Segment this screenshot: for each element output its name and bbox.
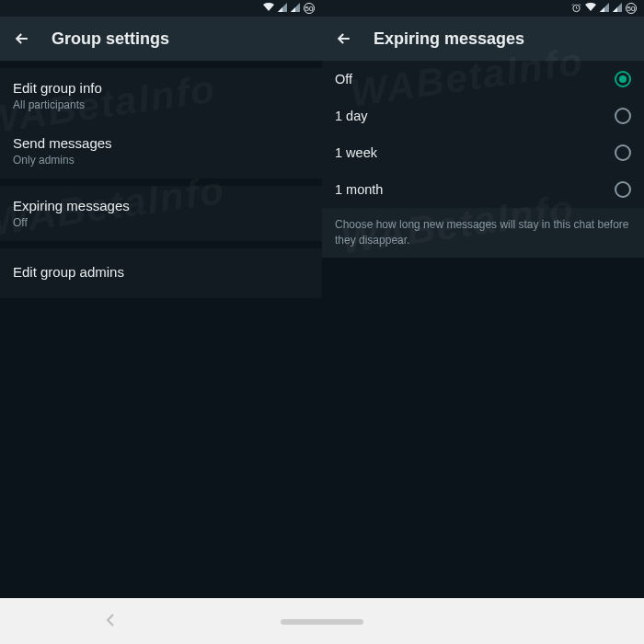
- header: Group settings: [0, 17, 322, 61]
- battery-icon: 50: [626, 3, 637, 14]
- radio-unselected-icon: [615, 144, 631, 161]
- footer-description: Choose how long new messages will stay i…: [322, 208, 644, 258]
- status-bar: 50: [0, 0, 322, 17]
- wifi-icon: [585, 3, 596, 14]
- option-label: Off: [335, 72, 352, 86]
- page-title: Group settings: [52, 29, 169, 49]
- status-bar: 50: [322, 0, 644, 17]
- option-label: 1 month: [335, 182, 383, 197]
- nav-back-icon[interactable]: [106, 614, 115, 629]
- nav-home-pill[interactable]: [281, 619, 363, 625]
- signal-icon: [613, 3, 622, 14]
- battery-icon: 50: [304, 3, 315, 14]
- item-subtitle: Off: [13, 216, 309, 229]
- item-subtitle: Only admins: [13, 154, 309, 167]
- option-1-day[interactable]: 1 day: [322, 98, 644, 134]
- signal-icon: [278, 3, 287, 14]
- item-title: Expiring messages: [13, 198, 309, 213]
- expiring-messages-screen: WABetaInfo WABetaInfo 50 Expiring messag…: [322, 0, 644, 598]
- radio-unselected-icon: [615, 108, 631, 124]
- option-label: 1 day: [335, 109, 367, 123]
- signal-icon: [600, 3, 609, 14]
- item-title: Send messages: [13, 135, 309, 151]
- item-subtitle: All participants: [13, 98, 309, 111]
- radio-unselected-icon: [615, 181, 631, 198]
- group-settings-screen: WABetaInfo WABetaInfo 50 Group settings …: [0, 0, 322, 598]
- edit-group-info-item[interactable]: Edit group info All participants: [0, 68, 322, 123]
- header: Expiring messages: [322, 17, 644, 61]
- option-1-month[interactable]: 1 month: [322, 171, 644, 208]
- edit-group-admins-item[interactable]: Edit group admins: [0, 248, 322, 298]
- wifi-icon: [263, 3, 274, 14]
- item-title: Edit group info: [13, 80, 309, 96]
- send-messages-item[interactable]: Send messages Only admins: [0, 123, 322, 178]
- alarm-icon: [571, 3, 581, 15]
- option-1-week[interactable]: 1 week: [322, 134, 644, 171]
- item-title: Edit group admins: [13, 264, 309, 280]
- expiring-messages-item[interactable]: Expiring messages Off: [0, 186, 322, 241]
- page-title: Expiring messages: [374, 29, 524, 49]
- option-label: 1 week: [335, 145, 377, 160]
- back-arrow-icon[interactable]: [335, 29, 353, 48]
- radio-selected-icon: [615, 71, 631, 87]
- signal-icon: [291, 3, 300, 14]
- android-nav-bar: [0, 598, 644, 644]
- option-off[interactable]: Off: [322, 61, 644, 98]
- back-arrow-icon[interactable]: [13, 29, 31, 48]
